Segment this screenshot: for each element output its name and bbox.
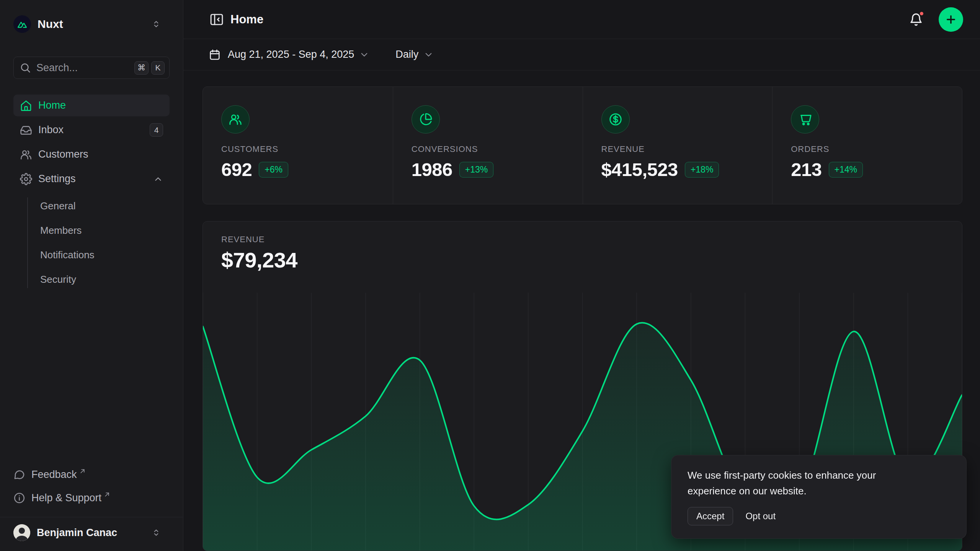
external-link-icon xyxy=(104,491,110,498)
sidebar-item-members[interactable]: Members xyxy=(13,220,170,241)
sidebar-subitem-label: Members xyxy=(40,225,82,236)
inbox-count-badge: 4 xyxy=(150,123,163,137)
sidebar-footer-links: Feedback Help & Support xyxy=(13,464,170,510)
stat-label: CUSTOMERS xyxy=(221,144,374,154)
users-icon xyxy=(20,148,32,161)
user-name: Benjamin Canac xyxy=(37,527,117,539)
sidebar-item-label: Inbox xyxy=(38,124,64,136)
revenue-chart-label: REVENUE xyxy=(221,235,944,245)
cookie-message: We use first-party cookies to enhance yo… xyxy=(688,468,921,499)
stat-orders[interactable]: ORDERS 213 +14% xyxy=(772,87,962,204)
sidebar-subitem-label: Security xyxy=(40,274,76,285)
kbd-cmd: ⌘ xyxy=(134,61,149,75)
plus-icon xyxy=(945,13,957,26)
stat-label: ORDERS xyxy=(791,144,944,154)
info-circle-icon xyxy=(13,492,25,504)
external-link-icon xyxy=(79,468,86,474)
date-range-picker[interactable]: Aug 21, 2025 - Sep 4, 2025 xyxy=(209,49,369,61)
accept-cookies-button[interactable]: Accept xyxy=(688,507,733,525)
stat-value: $415,523 xyxy=(601,159,678,180)
sidebar-item-settings[interactable]: Settings xyxy=(13,168,170,190)
granularity-select[interactable]: Daily xyxy=(395,49,434,60)
chevron-up-down-icon xyxy=(151,528,161,538)
users-icon xyxy=(229,112,242,126)
sidebar-subitem-label: Notifications xyxy=(40,249,95,261)
calendar-icon xyxy=(209,49,221,61)
sidebar: Nuxt Search... ⌘ K Home Inbox 4 xyxy=(0,0,183,551)
help-support-label: Help & Support xyxy=(31,492,101,504)
cart-icon xyxy=(798,112,812,126)
stat-revenue[interactable]: REVENUE $415,523 +18% xyxy=(583,87,773,204)
collapse-sidebar-button[interactable] xyxy=(209,11,225,28)
sidebar-item-label: Settings xyxy=(38,173,76,185)
add-button[interactable] xyxy=(939,7,963,32)
stat-customers[interactable]: CUSTOMERS 692 +6% xyxy=(203,87,393,204)
help-support-link[interactable]: Help & Support xyxy=(13,487,170,509)
optout-cookies-button[interactable]: Opt out xyxy=(745,511,776,522)
stat-conversions[interactable]: CONVERSIONS 1986 +13% xyxy=(393,87,583,204)
circle-dollar-icon xyxy=(609,112,622,126)
page-header: Home xyxy=(183,0,980,39)
chevron-up-down-icon xyxy=(151,19,161,29)
message-circle-icon xyxy=(13,469,25,481)
sidebar-nav: Home Inbox 4 Customers Settings Ge xyxy=(13,95,170,290)
sidebar-item-label: Customers xyxy=(38,148,88,160)
sidebar-item-label: Home xyxy=(38,99,66,111)
sidebar-subitem-label: General xyxy=(40,200,76,212)
page-title: Home xyxy=(230,13,263,26)
notifications-button[interactable] xyxy=(909,12,923,27)
sidebar-item-general[interactable]: General xyxy=(13,195,170,217)
feedback-link[interactable]: Feedback xyxy=(13,464,170,485)
stats-card: CUSTOMERS 692 +6% CONVERSIONS 1986 +13% … xyxy=(203,86,962,204)
sidebar-item-security[interactable]: Security xyxy=(13,269,170,290)
filters-toolbar: Aug 21, 2025 - Sep 4, 2025 Daily xyxy=(183,39,980,70)
inbox-icon xyxy=(20,124,32,136)
kbd-k: K xyxy=(151,61,165,75)
stat-delta-badge: +13% xyxy=(459,162,493,178)
avatar xyxy=(13,524,30,541)
chevron-down-icon xyxy=(359,49,369,60)
cookie-banner: We use first-party cookies to enhance yo… xyxy=(671,455,967,539)
stat-delta-badge: +18% xyxy=(685,162,719,178)
chevron-down-icon xyxy=(423,49,434,60)
sidebar-item-inbox[interactable]: Inbox 4 xyxy=(13,119,170,141)
workspace-switcher[interactable]: Nuxt xyxy=(13,15,170,33)
sidebar-item-customers[interactable]: Customers xyxy=(13,143,170,165)
stat-label: REVENUE xyxy=(601,144,754,154)
notification-dot xyxy=(919,11,924,16)
search-icon xyxy=(20,62,31,73)
sidebar-item-home[interactable]: Home xyxy=(13,95,170,116)
stat-value: 213 xyxy=(791,159,822,180)
stat-delta-badge: +6% xyxy=(259,162,288,178)
revenue-chart-value: $79,234 xyxy=(221,248,944,272)
feedback-label: Feedback xyxy=(31,469,77,481)
gear-icon xyxy=(20,173,32,185)
stat-value: 692 xyxy=(221,159,252,180)
stat-label: CONVERSIONS xyxy=(412,144,564,154)
stat-delta-badge: +14% xyxy=(829,162,863,178)
settings-submenu: General Members Notifications Security xyxy=(13,195,170,290)
search-input[interactable]: Search... ⌘ K xyxy=(13,57,170,79)
chevron-up-icon xyxy=(153,174,163,184)
nuxt-logo-icon xyxy=(13,15,31,33)
sidebar-item-notifications[interactable]: Notifications xyxy=(13,244,170,266)
stat-value: 1986 xyxy=(412,159,452,180)
granularity-value: Daily xyxy=(395,49,418,60)
user-menu[interactable]: Benjamin Canac xyxy=(13,517,170,551)
home-icon xyxy=(20,99,32,112)
search-placeholder: Search... xyxy=(36,62,78,74)
workspace-name: Nuxt xyxy=(38,18,63,31)
chart-pie-icon xyxy=(419,112,433,126)
date-range-value: Aug 21, 2025 - Sep 4, 2025 xyxy=(228,49,354,60)
